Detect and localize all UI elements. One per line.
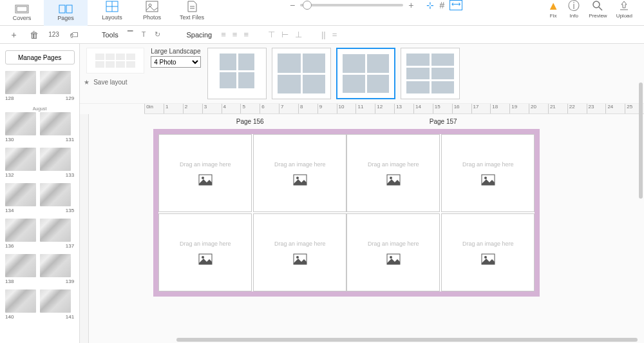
- svg-rect-3: [66, 5, 72, 13]
- tools-label: Tools: [102, 31, 118, 39]
- thumb-page-numbers: 130131: [5, 137, 74, 142]
- tool-layouts[interactable]: Layouts: [99, 0, 125, 21]
- preview-button[interactable]: Preview: [589, 0, 607, 19]
- dimensions-icon[interactable]: ⟷: [450, 0, 462, 10]
- thumb-spread[interactable]: [5, 289, 74, 313]
- layout-option-3[interactable]: [336, 48, 395, 99]
- page-right[interactable]: Drag an image hereDrag an image hereDrag…: [346, 129, 540, 297]
- thumb-page-numbers: 138139: [5, 279, 74, 284]
- thumb-spread[interactable]: [5, 219, 74, 242]
- svg-point-19: [202, 256, 204, 259]
- align-left-icon[interactable]: ≡: [221, 30, 226, 39]
- svg-rect-1: [17, 6, 27, 12]
- upload-button[interactable]: Upload: [616, 0, 632, 19]
- layout-count-select[interactable]: 4 Photo: [151, 56, 201, 68]
- svg-point-25: [484, 177, 487, 179]
- image-placeholder-icon: [386, 174, 401, 186]
- svg-line-12: [599, 7, 602, 10]
- thumb-page-numbers: 128129: [5, 95, 74, 101]
- thumb-spread[interactable]: [5, 112, 74, 135]
- distribute-h-icon[interactable]: ||: [321, 30, 326, 39]
- align-top-icon[interactable]: ⊤: [268, 30, 275, 39]
- layout-size-label: Large Landscape: [151, 48, 201, 55]
- image-drop-cell[interactable]: Drag an image here: [441, 134, 535, 212]
- main-area: Manage Pages 128129August130131132133134…: [0, 44, 644, 343]
- covers-icon: [15, 5, 29, 14]
- tool-textfiles[interactable]: Text Files: [179, 0, 205, 21]
- delete-page-button[interactable]: 🗑: [28, 30, 41, 40]
- grid-guide-icon[interactable]: #: [439, 0, 444, 10]
- thumb-spread[interactable]: [5, 148, 74, 171]
- image-drop-cell[interactable]: Drag an image here: [158, 213, 252, 291]
- add-page-button[interactable]: +: [8, 30, 21, 40]
- image-placeholder-icon: [293, 253, 307, 265]
- image-tool-icon[interactable]: ▔: [128, 30, 133, 39]
- zoom-handle[interactable]: [303, 1, 312, 10]
- tab-covers-label: Covers: [13, 15, 32, 21]
- image-drop-cell[interactable]: Drag an image here: [346, 134, 440, 212]
- search-icon: [592, 0, 603, 12]
- thumb-spread[interactable]: [5, 254, 74, 277]
- align-center-h-icon[interactable]: ≡: [232, 30, 238, 39]
- photos-icon: [145, 0, 159, 13]
- image-drop-cell[interactable]: Drag an image here: [253, 213, 346, 291]
- save-layout-button[interactable]: ★ Save layout: [84, 79, 144, 86]
- thumb-page-numbers: 136137: [5, 243, 74, 249]
- align-middle-icon[interactable]: ⊢: [281, 30, 289, 39]
- page-thumbnails[interactable]: 128129August1301311321331341351361371381…: [0, 71, 79, 343]
- editor-area: ★ Save layout Large Landscape 4 Photo 0i…: [80, 44, 644, 343]
- warning-icon: ▲: [547, 0, 559, 12]
- layout-option-1[interactable]: [207, 48, 267, 99]
- layouts-icon: [105, 0, 119, 13]
- image-placeholder-icon: [481, 253, 495, 265]
- page-left-label: Page 156: [236, 118, 264, 125]
- manage-pages-button[interactable]: Manage Pages: [5, 50, 75, 64]
- vertical-scrollbar[interactable]: [639, 83, 643, 199]
- upload-icon: [618, 0, 630, 12]
- svg-point-15: [202, 177, 204, 179]
- zoom-slider[interactable]: [300, 4, 403, 6]
- svg-rect-7: [146, 1, 158, 12]
- image-drop-cell[interactable]: Drag an image here: [253, 134, 346, 212]
- tool-photos[interactable]: Photos: [139, 0, 165, 21]
- zoom-out-button[interactable]: −: [290, 0, 295, 10]
- pages-panel: Manage Pages 128129August130131132133134…: [0, 44, 80, 343]
- tab-covers[interactable]: Covers: [0, 0, 44, 26]
- tab-pages[interactable]: Pages: [44, 0, 88, 26]
- tag-icon[interactable]: 🏷: [68, 30, 80, 40]
- zoom-controls: − + ⊹ # ⟷: [205, 0, 547, 10]
- image-drop-cell[interactable]: Drag an image here: [346, 213, 440, 291]
- image-drop-cell[interactable]: Drag an image here: [441, 213, 535, 291]
- refresh-tool-icon[interactable]: ↻: [155, 30, 160, 39]
- layout-option-2[interactable]: [272, 48, 331, 99]
- layout-option-4[interactable]: [401, 48, 460, 99]
- thumb-header: August: [5, 106, 74, 111]
- ruler-vertical: [80, 114, 89, 343]
- thumb-spread[interactable]: [5, 183, 74, 206]
- thumb-spread[interactable]: [5, 71, 74, 94]
- svg-point-27: [390, 256, 392, 259]
- edit-tools: ▔ T ↻: [128, 30, 161, 39]
- svg-point-23: [390, 177, 392, 179]
- star-icon: ★: [84, 79, 90, 86]
- horizontal-scrollbar[interactable]: [176, 338, 638, 342]
- thumb-page-numbers: 140141: [5, 314, 74, 320]
- align-bottom-icon[interactable]: ⊥: [295, 30, 302, 39]
- info-button[interactable]: ⓘ Info: [568, 0, 580, 19]
- spacing-label: Spacing: [186, 31, 212, 39]
- align-right-icon[interactable]: ≡: [243, 30, 249, 39]
- image-placeholder-icon: [198, 253, 213, 265]
- fix-button[interactable]: ▲ Fix: [547, 0, 559, 19]
- svg-point-21: [296, 256, 299, 259]
- zoom-in-button[interactable]: +: [408, 0, 413, 10]
- trim-guide-icon[interactable]: ⊹: [426, 0, 434, 10]
- svg-point-17: [296, 177, 299, 179]
- current-layout-preview: ★ Save layout: [86, 48, 144, 86]
- canvas[interactable]: 0in1234567891011121314151617181920212223…: [80, 104, 644, 343]
- image-placeholder-icon: [293, 174, 307, 186]
- image-drop-cell[interactable]: Drag an image here: [158, 134, 252, 212]
- top-tool-group: Layouts Photos Text Files: [99, 0, 205, 21]
- distribute-v-icon[interactable]: =: [332, 30, 337, 39]
- page-left[interactable]: Drag an image hereDrag an image hereDrag…: [153, 129, 346, 297]
- text-tool-icon[interactable]: T: [142, 30, 146, 39]
